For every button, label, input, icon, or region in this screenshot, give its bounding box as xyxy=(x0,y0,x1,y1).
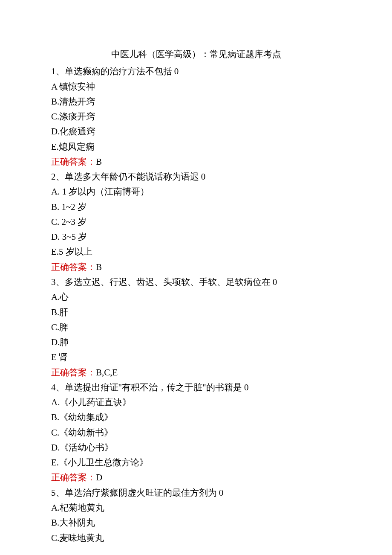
answer-label: 正确答案： xyxy=(51,262,96,272)
questions-container: 1、单选癫痫的治疗方法不包括 0A 镇惊安神B.清热开窍C.涤痰开窍D.化瘀通窍… xyxy=(51,64,341,546)
question-option: D.肺 xyxy=(51,335,341,350)
answer-line: 正确答案：B xyxy=(51,154,341,169)
question-option: C.脾 xyxy=(51,320,341,335)
answer-label: 正确答案： xyxy=(51,367,96,378)
answer-value: B,C,E xyxy=(96,367,118,378)
question-option: B. 1~2 岁 xyxy=(51,200,341,215)
question-option: D.《活幼心书》 xyxy=(51,440,341,455)
question-option: A 镇惊安神 xyxy=(51,79,341,94)
question-option: E 肾 xyxy=(51,350,341,365)
question-option: E.5 岁以上 xyxy=(51,244,341,259)
question-stem: 5、单选治疗紫癜阴虚火旺证的最佳方剂为 0 xyxy=(51,485,341,500)
answer-label: 正确答案： xyxy=(51,157,96,167)
answer-value: D xyxy=(96,472,102,482)
question-option: A.心 xyxy=(51,290,341,305)
question-option: B.大补阴丸 xyxy=(51,515,341,530)
question-option: A.杞菊地黄丸 xyxy=(51,500,341,515)
question-option: B.肝 xyxy=(51,305,341,320)
answer-value: B xyxy=(96,157,102,167)
question-stem: 1、单选癫痫的治疗方法不包括 0 xyxy=(51,64,341,79)
question-option: A.《小儿药证直诀》 xyxy=(51,395,341,410)
answer-line: 正确答案：B,C,E xyxy=(51,365,341,380)
question-option: C.麦味地黄丸 xyxy=(51,531,341,546)
page-title: 中医儿科（医学高级）：常见病证题库考点 xyxy=(51,47,341,62)
question-stem: 2、单选多大年龄仍不能说话称为语迟 0 xyxy=(51,169,341,184)
answer-line: 正确答案：B xyxy=(51,260,341,275)
answer-label: 正确答案： xyxy=(51,472,96,482)
question-option: C.涤痰开窍 xyxy=(51,109,341,124)
question-option: B.清热开窍 xyxy=(51,94,341,109)
question-option: D.化瘀通窍 xyxy=(51,124,341,139)
question-stem: 4、单选提出疳证"有积不治，传之于脏"的书籍是 0 xyxy=(51,380,341,395)
question-option: D. 3~5 岁 xyxy=(51,230,341,244)
question-option: E.熄风定痫 xyxy=(51,139,341,154)
answer-value: B xyxy=(96,262,102,272)
answer-line: 正确答案：D xyxy=(51,470,341,485)
question-option: C. 2~3 岁 xyxy=(51,215,341,230)
question-stem: 3、多选立迟、行迟、齿迟、头项软、手软、足软病位在 0 xyxy=(51,275,341,290)
question-option: C.《幼幼新书》 xyxy=(51,425,341,440)
question-option: B.《幼幼集成》 xyxy=(51,410,341,425)
question-option: E.《小儿卫生总微方论》 xyxy=(51,455,341,470)
question-option: A. 1 岁以内（江南博哥） xyxy=(51,184,341,199)
